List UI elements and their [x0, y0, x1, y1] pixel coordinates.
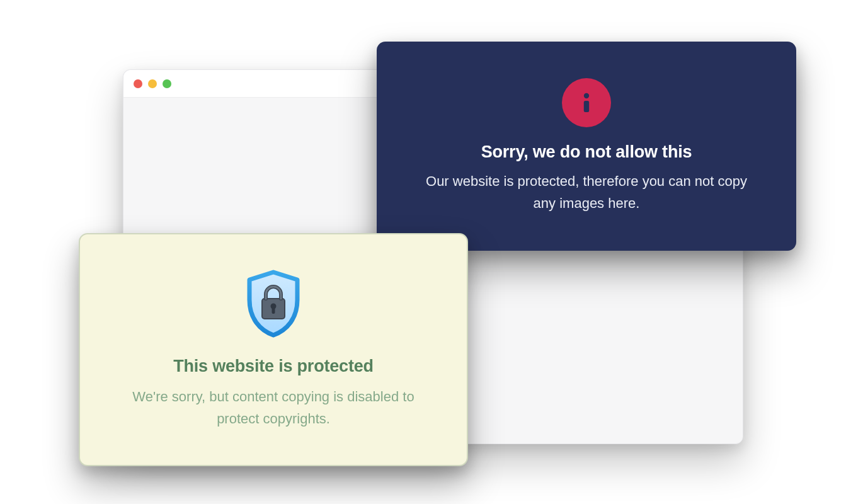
- window-close-icon[interactable]: [134, 79, 142, 88]
- shield-lock-icon: [243, 270, 304, 340]
- popup-not-allowed: Sorry, we do not allow this Our website …: [377, 42, 796, 251]
- popup-protected-title: This website is protected: [173, 357, 374, 376]
- popup-protected-body: We're sorry, but content copying is disa…: [122, 386, 425, 429]
- svg-rect-5: [272, 307, 275, 314]
- popup-not-allowed-title: Sorry, we do not allow this: [481, 142, 692, 162]
- popup-protected: This website is protected We're sorry, b…: [79, 233, 468, 466]
- window-maximize-icon[interactable]: [163, 79, 171, 88]
- svg-rect-1: [584, 101, 589, 112]
- window-minimize-icon[interactable]: [148, 79, 157, 88]
- svg-point-0: [584, 93, 589, 98]
- info-icon: [562, 78, 611, 127]
- popup-not-allowed-body: Our website is protected, therefore you …: [416, 171, 757, 214]
